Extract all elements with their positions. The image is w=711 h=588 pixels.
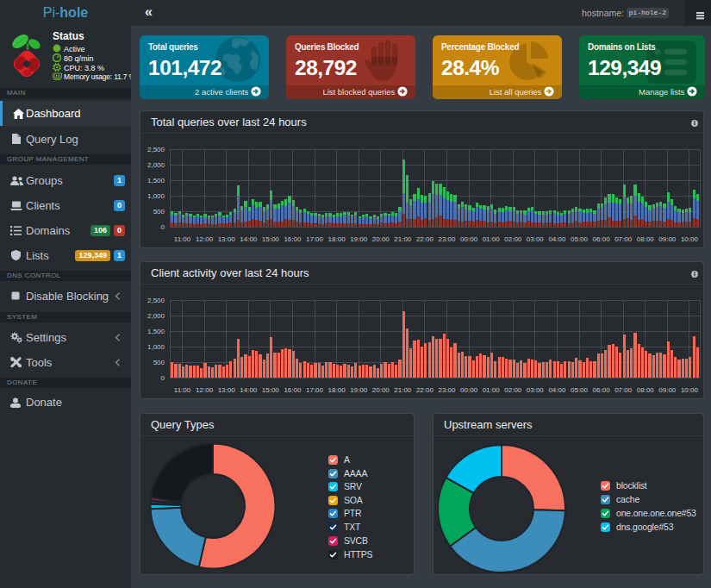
- svg-text:03:00: 03:00: [527, 235, 545, 243]
- svg-text:08:00: 08:00: [637, 386, 655, 394]
- svg-text:17:00: 17:00: [306, 386, 324, 394]
- svg-text:07:00: 07:00: [614, 235, 633, 243]
- svg-text:22:00: 22:00: [416, 235, 434, 243]
- svg-text:04:00: 04:00: [548, 235, 566, 243]
- svg-text:22:00: 22:00: [416, 386, 434, 394]
- svg-text:2,500: 2,500: [147, 297, 165, 304]
- svg-text:16:00: 16:00: [284, 386, 302, 394]
- svg-text:04:00: 04:00: [548, 386, 566, 394]
- svg-text:06:00: 06:00: [593, 386, 611, 394]
- svg-text:20:00: 20:00: [372, 386, 390, 394]
- svg-text:14:00: 14:00: [240, 386, 258, 394]
- svg-text:23:00: 23:00: [438, 235, 456, 243]
- svg-text:19:00: 19:00: [350, 386, 368, 394]
- svg-text:1,000: 1,000: [147, 343, 165, 351]
- svg-text:01:00: 01:00: [483, 386, 501, 394]
- svg-text:10:00: 10:00: [681, 386, 699, 394]
- svg-text:13:00: 13:00: [218, 235, 236, 243]
- svg-text:15:00: 15:00: [262, 235, 280, 243]
- svg-text:01:00: 01:00: [483, 235, 501, 243]
- svg-text:10:00: 10:00: [681, 235, 699, 243]
- svg-text:05:00: 05:00: [571, 386, 589, 394]
- svg-text:07:00: 07:00: [614, 386, 633, 394]
- svg-text:18:00: 18:00: [328, 386, 346, 394]
- svg-text:2,500: 2,500: [147, 146, 165, 153]
- svg-text:11:00: 11:00: [174, 386, 191, 394]
- svg-text:21:00: 21:00: [394, 235, 412, 243]
- svg-text:500: 500: [153, 208, 165, 216]
- svg-text:1,500: 1,500: [147, 328, 165, 335]
- svg-text:12:00: 12:00: [196, 235, 214, 243]
- svg-text:05:00: 05:00: [571, 235, 589, 243]
- svg-text:09:00: 09:00: [658, 235, 677, 243]
- svg-text:15:00: 15:00: [262, 386, 280, 394]
- svg-text:12:00: 12:00: [196, 386, 214, 394]
- svg-text:02:00: 02:00: [504, 386, 522, 394]
- svg-text:2,000: 2,000: [147, 161, 165, 169]
- svg-text:00:00: 00:00: [460, 386, 478, 394]
- svg-text:08:00: 08:00: [637, 235, 655, 243]
- svg-text:18:00: 18:00: [328, 235, 346, 243]
- svg-text:00:00: 00:00: [460, 235, 478, 243]
- svg-text:0: 0: [161, 374, 165, 382]
- svg-text:1,500: 1,500: [147, 177, 165, 185]
- svg-text:19:00: 19:00: [350, 235, 368, 243]
- svg-text:02:00: 02:00: [504, 235, 522, 243]
- svg-text:23:00: 23:00: [438, 386, 456, 394]
- svg-text:03:00: 03:00: [527, 386, 545, 394]
- svg-text:13:00: 13:00: [218, 386, 236, 394]
- svg-text:21:00: 21:00: [394, 386, 412, 394]
- svg-text:20:00: 20:00: [372, 235, 390, 243]
- svg-text:09:00: 09:00: [658, 386, 677, 394]
- svg-text:16:00: 16:00: [284, 235, 302, 243]
- svg-text:06:00: 06:00: [593, 235, 611, 243]
- svg-text:500: 500: [153, 359, 165, 366]
- svg-text:1,000: 1,000: [147, 192, 165, 200]
- svg-text:11:00: 11:00: [174, 235, 191, 243]
- svg-text:2,000: 2,000: [147, 312, 165, 320]
- svg-text:17:00: 17:00: [306, 235, 324, 243]
- svg-text:0: 0: [161, 223, 165, 231]
- svg-text:14:00: 14:00: [240, 235, 258, 243]
